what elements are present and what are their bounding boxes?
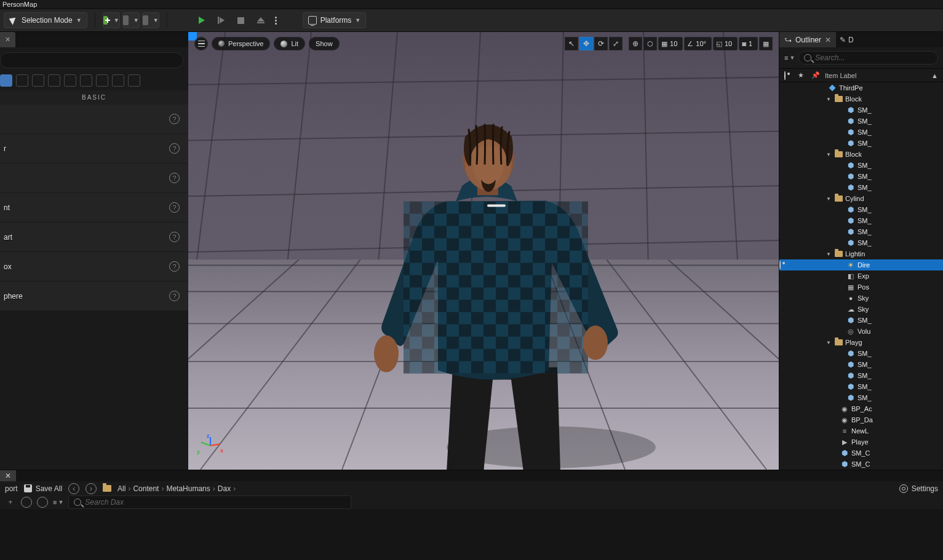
outliner-row[interactable]: ⬢SM_ xyxy=(779,226,943,237)
toolbar-button-1[interactable]: ▼ xyxy=(122,12,140,28)
place-actors-search[interactable] xyxy=(0,52,183,68)
close-icon[interactable]: ✕ xyxy=(5,36,10,44)
outliner-row[interactable]: ⬢SM_ xyxy=(779,392,943,403)
outliner-row[interactable]: ⬢SM_ xyxy=(779,370,943,381)
close-icon[interactable]: ✕ xyxy=(825,36,831,44)
platforms-button[interactable]: Platforms ▼ xyxy=(303,12,367,28)
crumb-dax[interactable]: Dax xyxy=(218,484,231,493)
outliner-row[interactable]: ◉BP_Da xyxy=(779,414,943,425)
save-all-button[interactable]: Save All xyxy=(24,484,62,493)
outliner-row[interactable]: ◧Exp xyxy=(779,270,943,282)
outliner-row[interactable]: ⬢SM_ xyxy=(779,160,943,171)
pin-column[interactable]: 📌 xyxy=(811,71,820,79)
outliner-row[interactable]: ⬢SM_ xyxy=(779,138,943,149)
actor-item[interactable]: nt? xyxy=(0,193,188,222)
filter-lights[interactable] xyxy=(16,74,28,87)
filter-shapes[interactable] xyxy=(32,74,44,87)
label-column[interactable]: Item Label xyxy=(825,72,926,79)
import-button[interactable]: port xyxy=(5,484,18,493)
create-button[interactable]: ▼ xyxy=(103,12,120,28)
outliner-row[interactable]: ⬢SM_ xyxy=(779,215,943,226)
surface-snap[interactable]: ⬡ xyxy=(643,37,657,50)
content-tab[interactable]: ✕ xyxy=(0,470,16,481)
help-icon[interactable]: ? xyxy=(169,114,180,124)
actor-item[interactable]: art? xyxy=(0,223,188,251)
crumb-metahumans[interactable]: MetaHumans xyxy=(166,484,210,493)
help-icon[interactable]: ? xyxy=(169,173,180,183)
folder-icon[interactable] xyxy=(103,485,111,492)
outliner-row[interactable]: ◎Volu xyxy=(779,326,943,337)
details-tab[interactable]: ✎D xyxy=(836,32,857,47)
outliner-row[interactable]: ▶Playe xyxy=(779,436,943,448)
outliner-row[interactable]: ⬢SM_ xyxy=(779,105,943,116)
history-back[interactable]: ‹ xyxy=(68,483,79,494)
viewport-layout[interactable]: ▦ xyxy=(759,37,773,50)
viewport-menu-button[interactable] xyxy=(194,37,208,50)
outliner-row[interactable]: ⬢SM_ xyxy=(779,315,943,326)
scale-tool[interactable]: ⤢ xyxy=(609,37,623,50)
crumb-content[interactable]: Content xyxy=(133,484,159,493)
outliner-filter-button[interactable]: ≡▼ xyxy=(784,54,795,61)
play-next-button[interactable] xyxy=(213,12,230,28)
outliner-row[interactable]: ⬢SM_ xyxy=(779,348,943,359)
eject-button[interactable] xyxy=(252,12,269,28)
toolbar-button-2[interactable]: ▼ xyxy=(142,12,159,28)
lit-mode-button[interactable]: Lit xyxy=(274,37,305,50)
help-icon[interactable]: ? xyxy=(169,261,180,272)
outliner-row[interactable]: ▼Lightin xyxy=(779,248,943,259)
outliner-row[interactable]: ⬢SM_ xyxy=(779,381,943,392)
outliner-row[interactable]: ▼Playg xyxy=(779,337,943,348)
outliner-row[interactable]: ☁Sky xyxy=(779,304,943,315)
outliner-row[interactable]: ⬢SM_ xyxy=(779,127,943,138)
bookmark-column[interactable]: ★ xyxy=(798,71,806,79)
close-icon[interactable]: ✕ xyxy=(5,471,11,480)
panel-tab[interactable]: ✕ xyxy=(0,32,15,47)
actor-item[interactable]: ? xyxy=(0,164,188,192)
actor-item[interactable]: phere? xyxy=(0,282,188,310)
play-options-button[interactable] xyxy=(272,12,281,28)
outliner-row[interactable]: ⬢SM_ xyxy=(779,116,943,127)
outliner-row[interactable]: ●Sky xyxy=(779,293,943,304)
view-option-1[interactable] xyxy=(21,497,32,508)
crumb-all[interactable]: All xyxy=(117,484,125,493)
outliner-row[interactable]: ⬢SM_C xyxy=(779,448,943,459)
outliner-row[interactable]: ☀Dire xyxy=(779,259,943,270)
play-button[interactable] xyxy=(193,12,210,28)
map-tab[interactable]: PersonMap xyxy=(2,1,37,8)
filter-more1[interactable] xyxy=(112,74,124,87)
outliner-row[interactable]: ⬢SM_ xyxy=(779,204,943,215)
grid-snap[interactable]: ▦10 xyxy=(658,37,683,50)
outliner-row[interactable]: ⬢SM_ xyxy=(779,237,943,248)
rotation-snap[interactable]: ∠10° xyxy=(684,37,712,50)
perspective-button[interactable]: Perspective xyxy=(212,37,270,50)
filter-cinematic[interactable] xyxy=(48,74,60,87)
rotate-tool[interactable]: ⟳ xyxy=(594,37,608,50)
viewport[interactable]: zyx Perspective Lit Show ↖ ✥ ⟳ ⤢ ⊕ ⬡ ▦10… xyxy=(188,32,779,470)
filter-all[interactable] xyxy=(96,74,108,87)
help-icon[interactable]: ? xyxy=(169,232,180,242)
outliner-row[interactable]: ▼Cylind xyxy=(779,193,943,204)
help-icon[interactable]: ? xyxy=(169,143,180,154)
filter-basic[interactable] xyxy=(0,74,12,87)
outliner-row[interactable]: ⬢SM_ xyxy=(779,171,943,182)
outliner-row[interactable]: ≡NewL xyxy=(779,425,943,436)
outliner-row[interactable]: ◉BP_Ac xyxy=(779,403,943,414)
show-menu-button[interactable]: Show xyxy=(309,37,340,50)
outliner-row[interactable]: ⬢SM_ xyxy=(779,359,943,370)
filter-more2[interactable] xyxy=(128,74,140,87)
filter-volumes[interactable] xyxy=(80,74,92,87)
coord-space[interactable]: ⊕ xyxy=(629,37,642,50)
view-option-2[interactable] xyxy=(37,497,48,508)
stop-button[interactable] xyxy=(233,12,250,28)
scale-snap[interactable]: ◱10 xyxy=(713,37,738,50)
outliner-row[interactable]: ⬢SM_C xyxy=(779,459,943,470)
selection-mode-button[interactable]: Selection Mode ▼ xyxy=(4,12,87,28)
settings-button[interactable]: Settings xyxy=(912,484,938,493)
help-icon[interactable]: ? xyxy=(169,291,180,301)
outliner-tab[interactable]: ⮑Outliner✕ xyxy=(779,32,836,47)
actor-item[interactable]: r? xyxy=(0,134,188,163)
actor-item[interactable]: ? xyxy=(0,105,188,133)
camera-speed[interactable]: ◙1 xyxy=(739,37,758,50)
actor-item[interactable]: ox? xyxy=(0,252,188,281)
outliner-row[interactable]: ▼Block xyxy=(779,93,943,105)
